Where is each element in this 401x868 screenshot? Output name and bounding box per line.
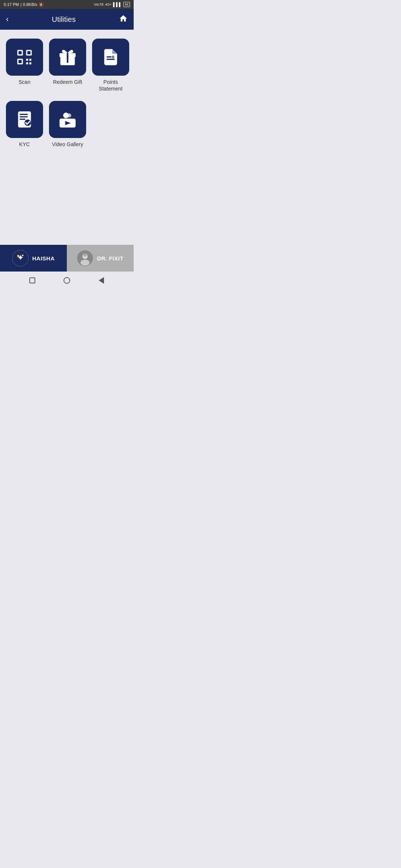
svg-text:✦: ✦ <box>21 253 24 257</box>
kyc-item[interactable]: KYC <box>6 101 43 148</box>
scan-icon-box[interactable] <box>6 39 43 76</box>
scan-label: Scan <box>19 79 30 85</box>
dr-fixit-nav-item[interactable]: DR. FIXIT <box>67 245 134 272</box>
redeem-gift-item[interactable]: Redeem Gift <box>49 39 86 92</box>
video-gallery-label: Video Gallery <box>52 141 83 148</box>
qr-code-icon <box>15 47 34 67</box>
video-gallery-icon-box[interactable] <box>49 101 86 138</box>
svg-rect-7 <box>29 59 31 60</box>
gift-icon <box>58 47 77 67</box>
scan-item[interactable]: Scan <box>6 39 43 92</box>
svg-rect-20 <box>20 114 28 115</box>
video-icon <box>58 110 77 129</box>
svg-rect-13 <box>67 53 68 57</box>
back-nav-button[interactable] <box>98 277 105 284</box>
svg-rect-6 <box>26 59 28 60</box>
haisha-nav-item[interactable]: ✦ ✦ HAISHA <box>0 245 67 272</box>
signal-bars-icon: ▌▌▌ <box>113 2 122 7</box>
data-speed: 0.8KB/s <box>23 2 38 7</box>
battery-level: 66 <box>125 3 128 6</box>
haisha-label: HAISHA <box>32 255 55 262</box>
svg-text:★★: ★★ <box>112 56 115 58</box>
svg-point-34 <box>81 260 89 266</box>
back-nav-icon <box>99 277 104 284</box>
utilities-row-1: Scan Redeem Gift <box>6 39 128 92</box>
dr-fixit-avatar-icon <box>77 250 93 266</box>
page-title: Utilities <box>52 15 75 24</box>
svg-rect-1 <box>19 51 22 55</box>
home-icon <box>119 14 128 23</box>
points-icon: ★ ★★ <box>101 47 120 67</box>
kyc-icon <box>15 110 34 129</box>
mute-icon: 🔇 <box>39 2 44 7</box>
time: 5:17 PM <box>4 2 19 7</box>
recent-apps-button[interactable] <box>29 277 36 284</box>
bottom-nav: ✦ ✦ HAISHA DR. FIXIT <box>0 245 134 272</box>
home-button[interactable] <box>119 14 128 25</box>
points-statement-item[interactable]: ★ ★★ Points Statement <box>92 39 129 92</box>
svg-rect-22 <box>20 119 25 120</box>
svg-rect-9 <box>29 62 31 64</box>
main-content: Scan Redeem Gift <box>0 30 134 245</box>
dr-fixit-label: DR. FIXIT <box>97 255 123 262</box>
network-speed: | <box>20 2 22 7</box>
utilities-row-2: KYC Video Gallery <box>6 101 128 148</box>
svg-rect-14 <box>107 56 111 57</box>
kyc-label: KYC <box>19 141 30 148</box>
redeem-gift-icon-box[interactable] <box>49 39 86 76</box>
signal-type: 4G+ <box>105 3 111 6</box>
home-nav-icon <box>63 277 70 284</box>
status-left: 5:17 PM | 0.8KB/s 🔇 <box>4 2 44 7</box>
header: ‹ Utilities <box>0 9 134 30</box>
haisha-avatar: ✦ ✦ <box>12 250 29 266</box>
status-right: VoLTE 4G+ ▌▌▌ 66 <box>94 2 130 7</box>
svg-point-25 <box>67 114 71 118</box>
svg-rect-21 <box>20 116 28 118</box>
dr-fixit-avatar <box>77 250 93 266</box>
video-gallery-item[interactable]: Video Gallery <box>49 101 86 148</box>
points-statement-label: Points Statement <box>92 79 129 92</box>
home-nav-button[interactable] <box>63 277 71 284</box>
svg-point-30 <box>17 255 19 257</box>
volte-icon: VoLTE <box>94 3 104 6</box>
svg-rect-15 <box>107 59 115 60</box>
back-button[interactable]: ‹ <box>6 14 9 24</box>
svg-rect-36 <box>84 253 86 255</box>
kyc-icon-box[interactable] <box>6 101 43 138</box>
haisha-avatar-icon: ✦ ✦ <box>12 250 29 266</box>
android-nav-bar <box>0 272 134 289</box>
recent-apps-icon <box>29 277 35 283</box>
points-statement-icon-box[interactable]: ★ ★★ <box>92 39 129 76</box>
redeem-gift-label: Redeem Gift <box>53 79 82 85</box>
svg-rect-5 <box>19 60 22 63</box>
battery-indicator: 66 <box>123 2 130 7</box>
status-bar: 5:17 PM | 0.8KB/s 🔇 VoLTE 4G+ ▌▌▌ 66 <box>0 0 134 9</box>
svg-rect-8 <box>26 62 28 64</box>
svg-rect-3 <box>27 51 31 55</box>
